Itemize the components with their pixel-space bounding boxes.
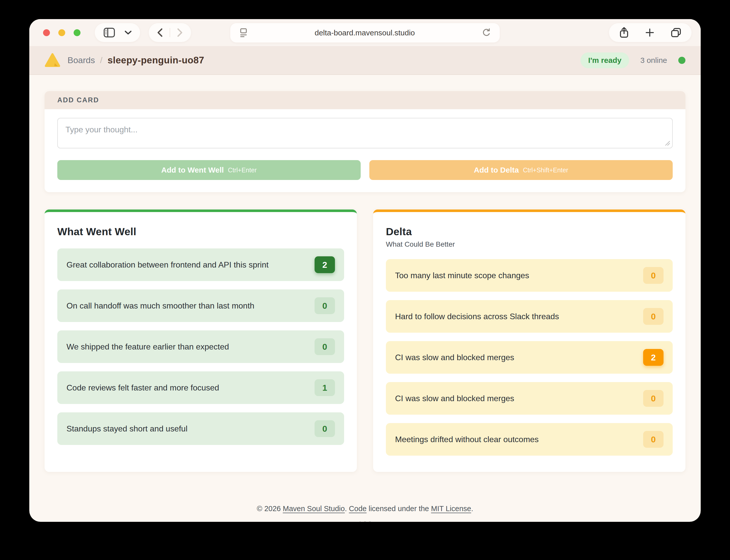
went-well-card[interactable]: On call handoff was much smoother than l… (57, 289, 344, 322)
card-text: On call handoff was much smoother than l… (66, 301, 254, 311)
tabs-icon[interactable] (669, 26, 683, 39)
delta-card[interactable]: CI was slow and blocked merges0 (386, 382, 673, 415)
delta-column: Delta What Could Be Better Too many last… (373, 209, 685, 472)
vote-count-badge[interactable]: 0 (314, 297, 335, 314)
nav-controls (149, 23, 191, 42)
card-text: CI was slow and blocked merges (395, 353, 514, 362)
breadcrumb-separator: / (100, 55, 102, 65)
sidebar-controls (95, 23, 140, 42)
delta-card[interactable]: Meetings drifted without clear outcomes0 (386, 423, 673, 456)
vote-count-badge[interactable]: 1 (314, 379, 335, 396)
card-text: Code reviews felt faster and more focuse… (66, 383, 219, 393)
card-text: Meetings drifted without clear outcomes (395, 435, 539, 444)
went-well-column: What Went Well Great collaboration betwe… (45, 209, 357, 472)
online-count: 3 online (640, 56, 667, 65)
minimize-window-button[interactable] (58, 29, 65, 36)
went-well-card[interactable]: We shipped the feature earlier than expe… (57, 330, 344, 363)
button-label: Add to Went Well (161, 166, 224, 174)
copyright-prefix: © 2026 (257, 505, 283, 513)
delta-card[interactable]: CI was slow and blocked merges2 (386, 341, 673, 374)
board-header: Boards / sleepy-penguin-uo87 I'm ready 3… (29, 46, 701, 75)
add-card-title: ADD CARD (45, 91, 685, 109)
card-text: Great collaboration between frontend and… (66, 260, 268, 270)
board-columns: What Went Well Great collaboration betwe… (45, 209, 685, 472)
delta-card-list: Too many last minute scope changes0Hard … (386, 259, 673, 456)
card-text: Hard to follow decisions across Slack th… (395, 312, 559, 321)
forward-icon[interactable] (175, 26, 184, 39)
reader-icon[interactable] (237, 26, 249, 39)
vote-count-badge[interactable]: 0 (643, 390, 664, 407)
button-label: Add to Delta (474, 166, 519, 174)
sidebar-toggle-icon[interactable] (102, 26, 117, 39)
share-icon[interactable] (618, 25, 630, 40)
refresh-icon[interactable] (480, 26, 493, 39)
license-link[interactable]: MIT License (431, 505, 471, 513)
card-text: We shipped the feature earlier than expe… (66, 342, 229, 352)
add-to-went-well-button[interactable]: Add to Went Well Ctrl+Enter (57, 160, 361, 180)
vote-count-badge[interactable]: 0 (643, 308, 664, 325)
vote-count-badge[interactable]: 0 (643, 267, 664, 284)
address-bar[interactable]: delta-board.mavensoul.studio (230, 23, 500, 43)
breadcrumb-boards-link[interactable]: Boards (67, 55, 95, 65)
code-link[interactable]: Code (349, 505, 367, 513)
main-content: ADD CARD Add to Went Well Ctrl+Enter (29, 75, 701, 522)
delta-card[interactable]: Too many last minute scope changes0 (386, 259, 673, 292)
url-text[interactable]: delta-board.mavensoul.studio (249, 29, 480, 37)
went-well-card-list: Great collaboration between frontend and… (57, 248, 344, 445)
studio-link[interactable]: Maven Soul Studio (283, 505, 344, 513)
went-well-card[interactable]: Code reviews felt faster and more focuse… (57, 371, 344, 404)
toolbar-right-controls (609, 23, 692, 42)
ready-status-badge[interactable]: I'm ready (581, 52, 629, 68)
went-well-card[interactable]: Great collaboration between frontend and… (57, 248, 344, 281)
delta-column-title: Delta (386, 226, 673, 238)
app-version: 1.0.0 (45, 520, 685, 522)
online-indicator-dot (678, 57, 685, 64)
delta-card[interactable]: Hard to follow decisions across Slack th… (386, 300, 673, 333)
shortcut-hint: Ctrl+Shift+Enter (523, 166, 568, 174)
zoom-window-button[interactable] (74, 29, 80, 36)
traffic-lights (43, 29, 80, 36)
copyright-text: licensed under the (367, 505, 431, 513)
browser-window: delta-board.mavensoul.studio (29, 19, 701, 522)
card-text: Too many last minute scope changes (395, 271, 529, 280)
went-well-card[interactable]: Standups stayed short and useful0 (57, 412, 344, 445)
chevron-down-icon[interactable] (123, 29, 133, 36)
card-text: Standups stayed short and useful (66, 424, 187, 433)
browser-toolbar: delta-board.mavensoul.studio (29, 19, 701, 46)
shortcut-hint: Ctrl+Enter (228, 166, 257, 174)
add-to-delta-button[interactable]: Add to Delta Ctrl+Shift+Enter (369, 160, 673, 180)
app-logo-delta-triangle-icon[interactable] (45, 53, 60, 68)
vote-count-badge[interactable]: 0 (314, 420, 335, 437)
copyright-line: © 2026 Maven Soul Studio. Code licensed … (45, 505, 685, 513)
vote-count-badge[interactable]: 2 (643, 349, 664, 366)
vote-count-badge[interactable]: 2 (314, 256, 335, 273)
nav-divider (170, 28, 170, 37)
close-window-button[interactable] (43, 29, 50, 36)
add-card-panel: ADD CARD Add to Went Well Ctrl+Enter (45, 91, 685, 192)
went-well-column-title: What Went Well (57, 226, 344, 238)
copyright-suffix: . (471, 505, 473, 513)
board-name: sleepy-penguin-uo87 (107, 55, 204, 66)
page-footer: © 2026 Maven Soul Studio. Code licensed … (45, 505, 685, 522)
delta-column-subtitle: What Could Be Better (386, 240, 673, 248)
new-tab-icon[interactable] (644, 26, 656, 39)
copyright-text: . (345, 505, 349, 513)
back-icon[interactable] (155, 26, 164, 39)
thought-input[interactable] (57, 118, 673, 148)
card-text: CI was slow and blocked merges (395, 394, 514, 403)
vote-count-badge[interactable]: 0 (643, 431, 664, 448)
vote-count-badge[interactable]: 0 (314, 338, 335, 355)
